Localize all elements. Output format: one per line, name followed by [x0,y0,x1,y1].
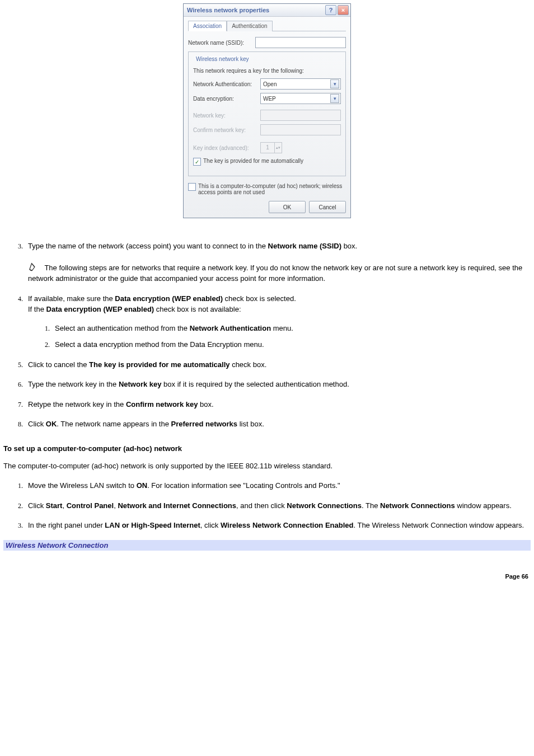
text: Click [28,420,46,428]
text: box. [198,400,213,408]
text: , and then click [236,501,287,510]
text: box if it is required by the selected au… [161,380,349,388]
list-item: Type the name of the network (access poi… [25,241,531,284]
section-heading: To set up a computer-to-computer (ad-hoc… [3,444,531,453]
bold-text: Network Connections [380,501,455,510]
list-item: In the right panel under LAN or High-Spe… [25,520,531,531]
list-item: Move the Wireless LAN switch to ON. For … [25,480,531,491]
key-index-spinner: 1 ▴▾ [260,142,282,153]
text: Click to cancel the [28,360,89,369]
text: . The network name appears in the [57,420,171,428]
bold-text: Data encryption (WEP enabled) [46,305,154,313]
text: window appears. [455,501,512,510]
network-key-input [260,110,341,121]
text: box. [341,242,357,250]
help-button[interactable]: ? [325,5,336,15]
list-item: Click to cancel the The key is provided … [25,359,531,370]
tab-authentication[interactable]: Authentication [227,21,272,31]
note-icon [28,262,40,272]
instruction-list: Type the name of the network (access poi… [3,241,531,430]
key-index-label: Key index (advanced): [193,145,260,151]
text: Retype the network key in the [28,400,126,408]
bold-text: Network and Internet Connections [118,501,236,510]
text: . The [362,501,380,510]
bold-text: Wireless Network Connection Enabled [221,521,354,529]
adhoc-checkbox[interactable] [188,183,196,191]
bold-text: Confirm network key [126,400,198,408]
adhoc-label: This is a computer-to-computer (ad hoc) … [198,183,346,195]
text: Select an authentication method from the [55,324,190,332]
encryption-select[interactable]: WEP ▾ [260,93,341,104]
text: check box. [230,360,267,369]
list-item: Select an authentication method from the… [51,323,531,334]
figure-caption: Wireless Network Connection [3,540,531,551]
text: . The Wireless Network Connection window… [353,521,524,529]
tab-association[interactable]: Association [188,21,227,31]
ssid-input[interactable] [255,37,346,48]
fieldset-legend: Wireless network key [194,56,250,62]
auth-label: Network Authentication: [193,81,260,87]
bold-text: The key is provided for me automatically [89,360,229,369]
list-item: If available, make sure the Data encrypt… [25,293,531,350]
text: Type the name of the network (access poi… [28,242,268,250]
text: In the right panel under [28,521,105,529]
auto-key-label: The key is provided for me automatically [203,158,303,164]
bold-text: ON [137,481,148,490]
sub-list: Select an authentication method from the… [28,323,531,350]
intro-text: The computer-to-computer (ad-hoc) networ… [3,461,531,472]
dialog-tabs: Association Authentication [188,20,346,31]
confirm-key-label: Confirm network key: [193,127,260,133]
bold-text: OK [46,420,57,428]
list-item: Click Start, Control Panel, Network and … [25,500,531,511]
network-key-label: Network key: [193,112,260,119]
key-index-value: 1 [260,142,275,153]
text: Move the Wireless LAN switch to [28,481,137,490]
text: If the [28,305,46,313]
auth-select[interactable]: Open ▾ [260,78,341,90]
encryption-value: WEP [263,96,276,102]
text: If available, make sure the [28,294,115,303]
text: Type the network key in the [28,380,119,388]
cancel-button[interactable]: Cancel [309,201,346,213]
note-text: The following steps are for networks tha… [28,264,522,283]
bold-text: Network Connections [287,501,362,510]
text: , [62,501,66,510]
text: check box is selected. [223,294,296,303]
bold-text: Network key [119,380,162,388]
chevron-down-icon: ▾ [330,79,339,88]
text: menu. [271,324,293,332]
bold-text: Network name (SSID) [268,242,341,250]
wireless-properties-dialog: Wireless network properties ? × Associat… [183,3,351,218]
list-item: Select a data encryption method from the… [51,339,531,350]
auth-value: Open [263,81,277,87]
page-number: Page 66 [3,573,531,580]
bold-text: Data encryption (WEP enabled) [115,294,223,303]
adhoc-instruction-list: Move the Wireless LAN switch to ON. For … [3,480,531,531]
encryption-label: Data encryption: [193,96,260,102]
ssid-label: Network name (SSID): [188,40,255,46]
dialog-title: Wireless network properties [187,7,269,13]
list-item: Type the network key in the Network key … [25,379,531,390]
wireless-key-fieldset: Wireless network key This network requir… [188,51,346,176]
dialog-titlebar: Wireless network properties ? × [184,4,350,17]
ok-button[interactable]: OK [269,201,306,213]
dialog-screenshot: Wireless network properties ? × Associat… [3,3,531,218]
spinner-icon: ▴▾ [275,142,282,153]
requires-text: This network requires a key for the foll… [193,68,341,74]
bold-text: Preferred networks [171,420,238,428]
confirm-key-input [260,124,341,135]
chevron-down-icon: ▾ [330,94,339,103]
text: . For location information see "Locating… [147,481,340,490]
text: Click [28,501,46,510]
bold-text: Start [46,501,63,510]
close-button[interactable]: × [338,5,349,15]
text: check box is not available: [154,305,241,313]
list-item: Click OK. The network name appears in th… [25,419,531,430]
note-block: The following steps are for networks tha… [28,262,531,284]
list-item: Retype the network key in the Confirm ne… [25,399,531,410]
auto-key-checkbox[interactable]: ✓ [193,158,201,166]
bold-text: LAN or High-Speed Internet [105,521,200,529]
bold-text: Control Panel [67,501,114,510]
text: Select a data encryption method from the… [55,340,264,349]
text: list box. [237,420,264,428]
